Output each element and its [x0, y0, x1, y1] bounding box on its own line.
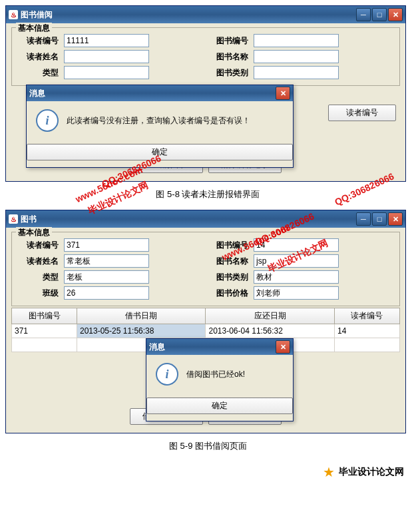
class-input[interactable] [64, 286, 149, 300]
book-id-input[interactable] [254, 34, 339, 47]
close-button[interactable]: ✕ [388, 212, 403, 226]
window-title: 图书借阅 [21, 9, 356, 21]
dialog-ok-button[interactable]: 确定 [146, 398, 293, 414]
type-input[interactable] [64, 270, 149, 284]
footer-text: 毕业设计论文网 [339, 466, 404, 478]
book-type-label: 图书类别 [208, 272, 248, 283]
message-dialog-1: 消息 ✕ i 此读者编号没有注册，查询输入读者编号是否有误！ 确定 [26, 85, 294, 168]
close-button[interactable]: ✕ [388, 8, 403, 21]
group-label: 基本信息 [16, 227, 52, 238]
book-price-input[interactable] [254, 286, 339, 300]
book-type-label: 图书类别 [208, 67, 248, 79]
reader-id-button[interactable]: 读者编号 [328, 105, 396, 121]
window-book-borrow-2: ♨ 图书 ─ □ ✕ 基本信息 读者编号 图书编号 读者姓名 图书名称 类型 图… [5, 210, 406, 433]
basic-info-group: 基本信息 读者编号 图书编号 读者姓名 图书名称 类型 图书类别 [11, 27, 400, 86]
group-label: 基本信息 [16, 23, 52, 34]
book-name-input[interactable] [254, 50, 339, 63]
dialog-titlebar[interactable]: 消息 ✕ [27, 85, 293, 101]
dialog-message: 此读者编号没有注册，查询输入读者编号是否有误！ [67, 115, 284, 127]
dialog-title: 消息 [29, 88, 276, 99]
reader-id-input[interactable] [64, 34, 149, 47]
book-type-input[interactable] [254, 66, 339, 79]
book-id-label: 图书编号 [208, 240, 248, 251]
star-icon: ★ [323, 464, 335, 480]
cell[interactable]: 371 [12, 324, 77, 338]
type-label: 类型 [19, 67, 59, 79]
minimize-button[interactable]: ─ [356, 212, 371, 226]
info-icon: i [156, 363, 178, 386]
col-book-id[interactable]: 图书编号 [12, 308, 77, 324]
cell[interactable]: 2013-06-04 11:56:32 [206, 324, 334, 338]
book-name-label: 图书名称 [208, 256, 248, 267]
figure-caption-2: 图 5-9 图书借阅页面 [5, 436, 411, 461]
cell[interactable]: 2013-05-25 11:56:38 [77, 324, 206, 338]
col-return-date[interactable]: 应还日期 [206, 308, 334, 324]
maximize-button[interactable]: □ [372, 212, 387, 226]
book-id-input[interactable] [254, 238, 339, 252]
reader-name-label: 读者姓名 [19, 51, 59, 63]
reader-id-label: 读者编号 [19, 35, 59, 47]
figure-caption-1: 图 5-8 读者未注册报错界面 [5, 184, 411, 210]
book-price-label: 图书价格 [208, 288, 248, 299]
table-row[interactable]: 371 2013-05-25 11:56:38 2013-06-04 11:56… [12, 324, 400, 338]
minimize-button[interactable]: ─ [356, 8, 371, 21]
dialog-message: 借阅图书已经ok! [186, 369, 245, 380]
footer-logo: ★ 毕业设计论文网 [5, 461, 411, 483]
reader-id-label: 读者编号 [19, 240, 59, 251]
type-input[interactable] [64, 66, 149, 79]
class-label: 班级 [19, 288, 59, 299]
window-title: 图书 [21, 214, 356, 225]
dialog-titlebar[interactable]: 消息 ✕ [146, 339, 293, 355]
java-icon: ♨ [9, 214, 18, 224]
window-book-borrow-1: ♨ 图书借阅 ─ □ ✕ 基本信息 读者编号 图书编号 读者姓名 图书名称 类型… [5, 5, 406, 182]
table-header-row: 图书编号 借书日期 应还日期 读者编号 [12, 308, 400, 324]
maximize-button[interactable]: □ [372, 8, 387, 21]
titlebar-2[interactable]: ♨ 图书 ─ □ ✕ [6, 210, 405, 228]
info-icon: i [36, 109, 59, 132]
col-reader-id[interactable]: 读者编号 [334, 308, 399, 324]
col-borrow-date[interactable]: 借书日期 [77, 308, 206, 324]
titlebar-1[interactable]: ♨ 图书借阅 ─ □ ✕ [6, 6, 405, 23]
reader-name-input[interactable] [64, 254, 149, 268]
dialog-close-button[interactable]: ✕ [276, 340, 290, 354]
cell[interactable]: 14 [334, 324, 399, 338]
java-icon: ♨ [9, 10, 18, 19]
basic-info-group: 基本信息 读者编号 图书编号 读者姓名 图书名称 类型 图书类别 班级 图书价格 [11, 232, 400, 306]
dialog-close-button[interactable]: ✕ [276, 87, 290, 100]
dialog-ok-button[interactable]: 确定 [27, 144, 293, 160]
reader-id-input[interactable] [64, 238, 149, 252]
type-label: 类型 [19, 272, 59, 283]
book-id-label: 图书编号 [208, 35, 248, 47]
book-type-input[interactable] [254, 270, 339, 284]
reader-name-label: 读者姓名 [19, 256, 59, 267]
message-dialog-2: 消息 ✕ i 借阅图书已经ok! 确定 [146, 338, 294, 421]
book-name-input[interactable] [254, 254, 339, 268]
reader-name-input[interactable] [64, 50, 149, 63]
dialog-title: 消息 [149, 342, 276, 353]
book-name-label: 图书名称 [208, 51, 248, 63]
